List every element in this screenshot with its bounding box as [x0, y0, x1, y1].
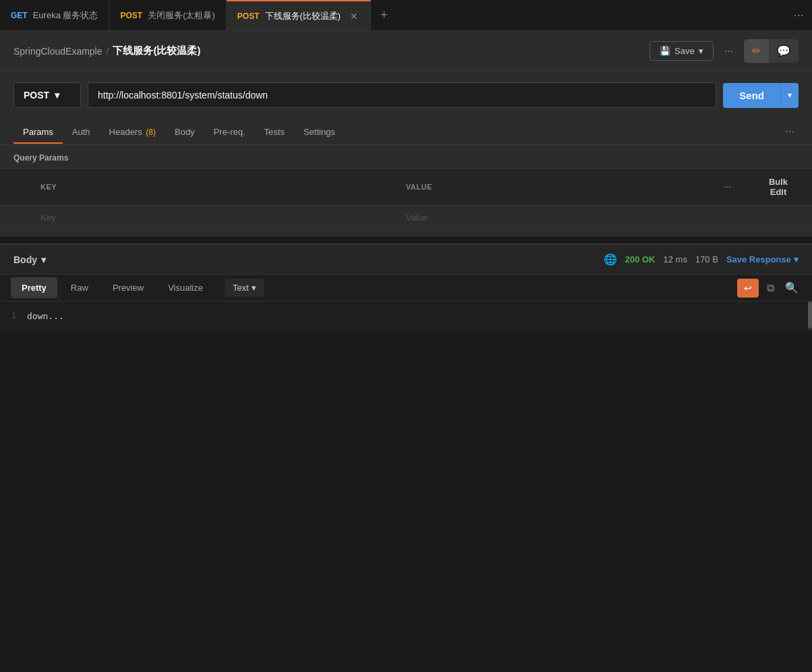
tab-tests-label: Tests	[264, 127, 285, 137]
send-button[interactable]: Send	[723, 83, 780, 108]
search-response-button[interactable]: 🔍	[782, 279, 801, 297]
save-response-button[interactable]: Save Response ▾	[726, 254, 799, 264]
response-meta: 🌐 200 OK 12 ms 170 B Save Response ▾	[604, 253, 799, 266]
wrap-button[interactable]: ↩	[737, 279, 759, 298]
tab-prereq-label: Pre-req.	[214, 127, 245, 137]
line-number-1: 1	[0, 311, 27, 320]
tab-label-eureka: Eureka 服务状态	[33, 9, 98, 22]
params-bulk-edit-header: Bulk Edit	[745, 169, 812, 206]
response-body-toggle[interactable]: Body ▾	[13, 254, 46, 265]
response-code-area: 1 down...	[0, 302, 812, 331]
tab-headers-label: Headers	[109, 127, 142, 137]
header-actions: 💾 Save ▾ ··· ✏ 💬	[649, 39, 799, 63]
response-status: 200 OK	[625, 254, 656, 264]
tab-close-icon[interactable]: ✕	[349, 11, 359, 22]
plus-icon: +	[380, 8, 388, 22]
key-input-cell[interactable]: Key	[30, 206, 395, 230]
params-table: KEY VALUE ··· Bulk Edit Key Value	[0, 168, 812, 230]
tab-method-get: GET	[11, 11, 28, 20]
new-tab-button[interactable]: +	[371, 0, 397, 30]
response-body-text: Body	[13, 254, 37, 265]
resp-tab-raw[interactable]: Raw	[60, 277, 99, 298]
response-area: Body ▾ 🌐 200 OK 12 ms 170 B Save Respons…	[0, 244, 812, 331]
resp-tab-pretty[interactable]: Pretty	[11, 277, 57, 298]
tab-label-offline: 下线服务(比较温柔)	[265, 10, 341, 22]
tab-body[interactable]: Body	[165, 120, 204, 144]
copy-icon: ⧉	[767, 282, 774, 293]
tab-body-label: Body	[175, 127, 195, 137]
request-name: 下线服务(比较温柔)	[113, 45, 200, 57]
tab-post-shutdown[interactable]: POST 关闭服务(太粗暴)	[109, 0, 226, 30]
send-dropdown-button[interactable]: ▾	[780, 83, 799, 108]
row-bulk-cell	[745, 206, 812, 230]
send-button-group: Send ▾	[723, 83, 799, 108]
response-body-chevron: ▾	[41, 254, 46, 265]
format-chevron-icon: ▾	[252, 283, 256, 293]
save-button[interactable]: 💾 Save ▾	[649, 41, 714, 61]
resp-tab-preview[interactable]: Preview	[102, 277, 154, 298]
tabs-more-button[interactable]: ···	[782, 119, 799, 144]
more-actions-button[interactable]: ···	[719, 41, 738, 61]
resp-tab-visualize[interactable]: Visualize	[157, 277, 214, 298]
tab-auth[interactable]: Auth	[63, 120, 100, 144]
save-chevron-icon: ▾	[699, 46, 703, 56]
tab-method-post-shutdown: POST	[120, 11, 142, 20]
comment-button[interactable]: 💬	[769, 39, 799, 63]
save-response-chevron: ▾	[794, 254, 799, 264]
scrollbar-thumb[interactable]	[808, 302, 812, 329]
globe-icon: 🌐	[604, 253, 617, 266]
tab-params[interactable]: Params	[13, 120, 63, 144]
pencil-button[interactable]: ✏	[744, 39, 769, 63]
tab-label-shutdown: 关闭服务(太粗暴)	[148, 9, 215, 22]
more-tabs-icon: ···	[794, 8, 804, 22]
breadcrumb-separator: /	[107, 46, 109, 57]
tab-post-offline[interactable]: POST 下线服务(比较温柔) ✕	[227, 0, 371, 30]
more-icon: ···	[724, 45, 733, 57]
tab-tests[interactable]: Tests	[255, 120, 294, 144]
tab-settings[interactable]: Settings	[294, 120, 345, 144]
save-disk-icon: 💾	[660, 46, 670, 56]
tab-params-label: Params	[23, 127, 53, 137]
tabs-more-icon: ···	[786, 125, 794, 137]
tab-more-button[interactable]: ···	[786, 0, 812, 30]
params-empty-row: Key Value	[0, 206, 812, 230]
save-label: Save	[674, 46, 695, 56]
query-params-label: Query Params	[0, 145, 812, 168]
scrollbar-track[interactable]	[808, 302, 812, 331]
response-size: 170 B	[695, 254, 718, 264]
row-actions-cell	[711, 206, 745, 230]
tab-get-eureka[interactable]: GET Eureka 服务状态	[0, 0, 109, 30]
tab-prereq[interactable]: Pre-req.	[204, 120, 255, 144]
method-label: POST	[24, 90, 49, 101]
row-checkbox-cell	[0, 206, 30, 230]
params-section: Query Params KEY VALUE ··· Bulk Edit Key…	[0, 145, 812, 237]
response-format-selector[interactable]: Text ▾	[225, 279, 264, 297]
response-time: 12 ms	[664, 254, 687, 264]
method-selector[interactable]: POST ▾	[13, 82, 81, 108]
save-response-label: Save Response	[726, 254, 791, 264]
value-input-cell[interactable]: Value	[395, 206, 711, 230]
request-header: SpringCloudExample / 下线服务(比较温柔) 💾 Save ▾…	[0, 31, 812, 72]
tab-headers[interactable]: Headers (8)	[100, 120, 165, 144]
view-toggle-group: ✏ 💬	[744, 39, 799, 63]
code-line-1: 1 down...	[0, 310, 812, 323]
tab-settings-label: Settings	[303, 127, 335, 137]
collection-name: SpringCloudExample	[13, 46, 103, 57]
send-chevron-icon: ▾	[788, 90, 792, 100]
tab-bar: GET Eureka 服务状态 POST 关闭服务(太粗暴) POST 下线服务…	[0, 0, 812, 31]
search-icon: 🔍	[785, 282, 799, 293]
response-tabs: Pretty Raw Preview Visualize Text ▾ ↩ ⧉ …	[0, 275, 812, 302]
comment-icon: 💬	[777, 45, 790, 57]
copy-response-button[interactable]: ⧉	[764, 279, 777, 297]
wrap-icon: ↩	[744, 283, 752, 293]
response-actions: ↩ ⧉ 🔍	[737, 279, 801, 298]
format-label: Text	[233, 283, 249, 293]
url-bar: POST ▾ Send ▾	[0, 72, 812, 119]
method-chevron-icon: ▾	[55, 90, 59, 101]
pencil-icon: ✏	[752, 45, 761, 57]
params-actions-header: ···	[711, 169, 745, 206]
url-input[interactable]	[88, 82, 716, 108]
response-header: Body ▾ 🌐 200 OK 12 ms 170 B Save Respons…	[0, 245, 812, 275]
bulk-edit-button[interactable]: Bulk Edit	[755, 174, 801, 200]
params-checkbox-header	[0, 169, 30, 206]
